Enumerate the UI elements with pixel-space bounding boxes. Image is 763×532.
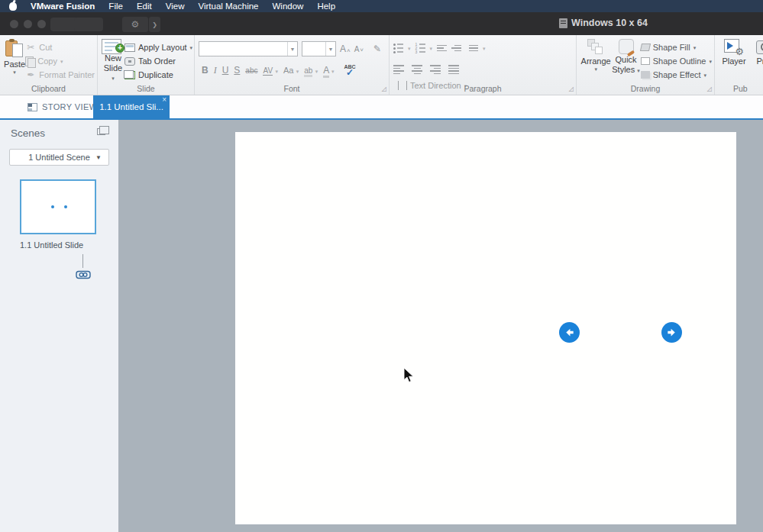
main-content: Scenes 1 Untitled Scene ▼ 1.1 Untitled S… xyxy=(0,120,763,532)
apply-layout-icon xyxy=(124,44,135,52)
strikethrough-button[interactable]: abc xyxy=(245,66,257,75)
shape-fill-button[interactable]: Shape Fill ▾ xyxy=(641,40,712,54)
menu-app-name[interactable]: VMware Fusion xyxy=(31,2,95,11)
tab-untitled-slide[interactable]: 1.1 Untitled Sli... × xyxy=(93,95,170,118)
ribbon-group-publish: ⚙ Player Previ ▾ Pub xyxy=(715,35,763,95)
minimize-window-button[interactable] xyxy=(24,20,32,28)
font-dialog-launcher-icon[interactable]: ◿ xyxy=(382,86,386,92)
arrow-right-icon xyxy=(666,327,677,338)
group-label-publish: Pub xyxy=(715,84,763,93)
arrow-left-icon xyxy=(564,327,575,338)
chevron-down-icon[interactable]: ❯ xyxy=(149,17,160,32)
vm-window-title: Windows 10 x 64 xyxy=(559,18,648,28)
caret-down-icon: ▾ xyxy=(594,66,597,72)
menu-help[interactable]: Help xyxy=(317,2,335,11)
scenes-panel: Scenes 1 Untitled Scene ▼ 1.1 Untitled S… xyxy=(0,120,118,532)
link-icon[interactable] xyxy=(76,270,91,279)
next-slide-button[interactable] xyxy=(661,322,682,343)
line-spacing-icon[interactable] xyxy=(469,45,478,52)
format-painter-icon: ✒ xyxy=(25,69,36,80)
shadow-button[interactable]: S xyxy=(234,65,240,76)
paste-button[interactable]: Paste ▾ xyxy=(4,39,25,82)
align-right-icon[interactable] xyxy=(430,65,441,74)
shape-outline-button[interactable]: Shape Outline ▾ xyxy=(641,54,712,68)
align-left-icon[interactable] xyxy=(393,65,404,74)
scene-dropdown[interactable]: 1 Untitled Scene ▼ xyxy=(9,149,109,166)
group-label-clipboard: Clipboard xyxy=(0,84,97,93)
highlight-color-button[interactable]: ab ▾ xyxy=(304,65,318,76)
ribbon-group-drawing: Arrange ▾ Quick Styles ▾ Shape Fill ▾ xyxy=(577,35,715,95)
bullets-button[interactable] xyxy=(393,44,403,53)
preview-camera-icon xyxy=(756,39,763,56)
font-size-combobox[interactable]: ▼ xyxy=(302,41,336,56)
apply-layout-button[interactable]: Apply Layout ▾ xyxy=(124,40,192,54)
paragraph-dialog-launcher-icon[interactable]: ◿ xyxy=(569,86,574,92)
player-icon: ⚙ xyxy=(724,39,744,56)
menu-window[interactable]: Window xyxy=(273,2,304,11)
tab-order-button[interactable]: Tab Order xyxy=(124,54,192,68)
vm-toolbar-button-2[interactable] xyxy=(74,18,103,31)
caret-down-icon: ▾ xyxy=(13,69,16,75)
clear-formatting-icon[interactable]: ✎ xyxy=(373,44,381,54)
prev-slide-button[interactable] xyxy=(559,322,580,343)
spelling-button[interactable]: ABC ✓ xyxy=(344,64,355,76)
plus-icon: + xyxy=(115,44,124,53)
preview-button[interactable]: Previ ▾ xyxy=(749,39,763,82)
underline-button[interactable]: U xyxy=(222,65,229,76)
menu-file[interactable]: File xyxy=(108,2,123,11)
font-color-button[interactable]: A ▾ xyxy=(323,65,334,76)
increase-indent-icon[interactable] xyxy=(451,45,461,52)
view-tab-bar: STORY VIEW 1.1 Untitled Sli... × xyxy=(0,95,763,120)
menu-edit[interactable]: Edit xyxy=(137,2,152,11)
copy-button[interactable]: Copy ▾ xyxy=(25,54,95,68)
slide-thumbnail-label: 1.1 Untitled Slide xyxy=(20,240,83,250)
caret-down-icon[interactable]: ▼ xyxy=(325,42,335,56)
format-painter-button[interactable]: ✒ Format Painter xyxy=(25,68,95,82)
shape-outline-icon xyxy=(641,57,650,65)
font-name-combobox[interactable]: ▼ xyxy=(199,41,298,56)
mouse-cursor xyxy=(403,368,416,384)
branch-connector-line xyxy=(82,254,83,268)
bold-button[interactable]: B xyxy=(202,65,209,76)
character-spacing-button[interactable]: AV ▾ xyxy=(263,65,277,76)
scenes-panel-title: Scenes xyxy=(11,127,45,139)
player-button[interactable]: ⚙ Player xyxy=(719,39,749,82)
wrench-icon[interactable]: ⚙ xyxy=(122,17,148,32)
cascade-windows-icon[interactable] xyxy=(97,128,105,135)
duplicate-button[interactable]: Duplicate xyxy=(124,68,192,82)
numbering-button[interactable]: 1 2 3 xyxy=(415,44,425,53)
scissors-icon: ✂ xyxy=(25,42,36,53)
vmware-title-bar: ⚙ ❯ Windows 10 x 64 xyxy=(0,12,763,35)
fullscreen-window-button[interactable] xyxy=(37,20,46,28)
shape-effect-button[interactable]: Shape Effect ▾ xyxy=(641,68,712,82)
menu-virtual-machine[interactable]: Virtual Machine xyxy=(198,2,258,11)
group-label-drawing: Drawing xyxy=(577,84,714,93)
ribbon-group-slide: + New Slide ▾ Apply Layout ▾ Tab Order xyxy=(98,35,195,95)
slide-thumbnail[interactable] xyxy=(20,179,96,234)
grow-font-button[interactable]: A˄ xyxy=(340,44,351,54)
menu-view[interactable]: View xyxy=(166,2,185,11)
decrease-indent-icon[interactable] xyxy=(437,45,447,52)
paste-clipboard-icon xyxy=(5,39,24,59)
italic-button[interactable]: I xyxy=(214,65,217,76)
align-center-icon[interactable] xyxy=(412,65,422,74)
arrange-button[interactable]: Arrange ▾ xyxy=(580,39,611,82)
new-slide-button[interactable]: + New Slide ▾ xyxy=(102,39,124,82)
slide-stage[interactable] xyxy=(235,132,736,524)
cut-button[interactable]: ✂ Cut xyxy=(25,40,95,54)
justify-icon[interactable] xyxy=(448,65,459,74)
vm-icon xyxy=(559,18,567,28)
shrink-font-button[interactable]: A˅ xyxy=(354,45,364,53)
apple-icon[interactable] xyxy=(9,2,17,11)
drawing-dialog-launcher-icon[interactable]: ◿ xyxy=(707,86,712,92)
quick-styles-button[interactable]: Quick Styles ▾ xyxy=(611,39,640,82)
group-label-slide: Slide xyxy=(98,84,194,93)
caret-down-icon[interactable]: ▼ xyxy=(287,42,297,56)
ribbon-group-clipboard: Paste ▾ ✂ Cut Copy ▾ ✒ Format Pa xyxy=(0,35,98,95)
change-case-button[interactable]: Aa ▾ xyxy=(283,65,299,76)
caret-down-icon: ▾ xyxy=(60,59,63,64)
shape-effect-icon xyxy=(641,71,650,79)
close-icon[interactable]: × xyxy=(162,96,167,104)
shape-fill-icon xyxy=(640,44,651,51)
close-window-button[interactable] xyxy=(10,20,18,28)
